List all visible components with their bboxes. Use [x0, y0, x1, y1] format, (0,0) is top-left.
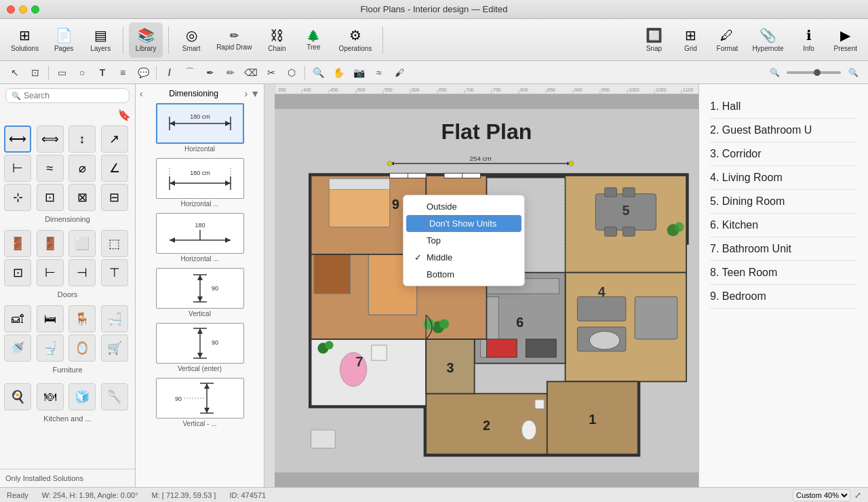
furn-item-8[interactable]: 🛒 [101, 334, 128, 362]
rectangle-tool[interactable]: ▭ [52, 64, 71, 81]
brush-tool[interactable]: 🖌 [390, 64, 409, 81]
arc-tool[interactable]: ⌒ [180, 64, 199, 81]
door-item-2[interactable]: 🚪 [37, 230, 64, 257]
expand-icon[interactable]: ⤢ [854, 490, 861, 500]
nav-prev-icon[interactable]: ‹ [140, 88, 143, 99]
door-item-8[interactable]: ⊤ [101, 259, 128, 286]
solutions-button[interactable]: ⊞ Solutions [5, 22, 44, 58]
erase-tool[interactable]: ⌫ [241, 64, 260, 81]
panel-bookmark-icon[interactable]: 🔖 [117, 109, 131, 121]
door-item-1[interactable]: 🚪 [4, 230, 31, 257]
menu-item-middle[interactable]: ✓ Middle [403, 249, 524, 266]
dim-horizontal-3[interactable]: 180 Horizontal ... [140, 213, 260, 263]
format-button[interactable]: 🖊 Format [710, 22, 744, 58]
dim-item-1[interactable]: ⟷ [4, 125, 31, 153]
pencil-tool[interactable]: ✏ [221, 64, 240, 81]
library-button[interactable]: 📚 Library [129, 22, 163, 58]
grid-button[interactable]: ⊞ Grid [673, 22, 707, 58]
dim-item-10[interactable]: ⊡ [37, 184, 64, 211]
snap-button[interactable]: 🔲 Snap [637, 22, 671, 58]
search-input[interactable] [24, 91, 123, 100]
zoom-select[interactable]: Custom 40% 25% 50% 75% 100% [793, 489, 850, 501]
canvas-content[interactable]: Flat Plan 254 cm [275, 94, 698, 487]
close-button[interactable] [7, 5, 15, 14]
furn-item-6[interactable]: 🚽 [37, 334, 64, 362]
room-4-name: Living Room [722, 172, 783, 183]
camera-tool[interactable]: 📷 [349, 64, 368, 81]
info-button[interactable]: ℹ Info [792, 22, 826, 58]
ellipse-tool[interactable]: ○ [73, 64, 92, 81]
dim-vertical-enter[interactable]: 90 Vertical (enter) [140, 323, 260, 372]
present-button[interactable]: ▶ Present [829, 22, 863, 58]
maximize-button[interactable] [31, 5, 39, 14]
dim-item-6[interactable]: ≈ [37, 155, 64, 182]
kit-item-3[interactable]: 🧊 [68, 383, 96, 410]
dim-item-11[interactable]: ⊠ [68, 184, 96, 211]
door-item-6[interactable]: ⊢ [37, 259, 64, 286]
door-item-4[interactable]: ⬚ [101, 230, 128, 257]
select-tool[interactable]: ↖ [5, 64, 24, 81]
pages-button[interactable]: 📄 Pages [47, 22, 81, 58]
furn-item-1[interactable]: 🛋 [4, 305, 31, 332]
line-tool[interactable]: / [160, 64, 179, 81]
menu-item-top[interactable]: Top [403, 232, 524, 249]
solutions-icon: ⊞ [19, 27, 31, 43]
door-item-5[interactable]: ⊡ [4, 259, 31, 286]
search-tool[interactable]: 🔍 [309, 64, 328, 81]
dim-horizontal-2[interactable]: 180 cm Horizontal ... [140, 158, 260, 208]
menu-item-dont-show[interactable]: Don't Show Units [406, 215, 521, 232]
chain-button[interactable]: ⛓ Chain [260, 22, 294, 58]
dim-item-5[interactable]: ⊢ [4, 155, 31, 182]
zoom-out-button[interactable]: 🔍 [765, 64, 784, 81]
svg-rect-100 [487, 339, 517, 358]
furn-item-2[interactable]: 🛏 [37, 305, 64, 332]
hypernote-button[interactable]: 📎 Hypernote [747, 22, 789, 58]
dim-item-12[interactable]: ⊟ [101, 184, 128, 211]
dim-horizontal[interactable]: 180 cm Horizontal [140, 103, 260, 153]
operations-button[interactable]: ⚙ Operations [333, 22, 377, 58]
nav-next-icon[interactable]: › [244, 88, 248, 99]
furn-item-7[interactable]: 🪞 [68, 334, 96, 362]
tools-sep1 [48, 66, 49, 79]
text-tool[interactable]: T [93, 64, 112, 81]
tree-label: Tree [307, 43, 320, 51]
zoom-slider[interactable] [787, 71, 841, 74]
room-6-name: Kitchen [722, 219, 758, 231]
furn-item-5[interactable]: 🚿 [4, 334, 31, 362]
dim-item-2[interactable]: ⟺ [37, 125, 64, 153]
room-7-number: 7. [710, 243, 722, 254]
rapid-draw-button[interactable]: ✏ Rapid Draw [211, 22, 257, 58]
trace-tool[interactable]: ≈ [370, 64, 389, 81]
dim-item-9[interactable]: ⊹ [4, 184, 31, 211]
layers-button[interactable]: ▤ Layers [83, 22, 117, 58]
multi-select-tool[interactable]: ⊡ [26, 64, 45, 81]
mask-tool[interactable]: ⬡ [282, 64, 301, 81]
kit-item-1[interactable]: 🍳 [4, 383, 31, 410]
dim-item-7[interactable]: ⌀ [68, 155, 96, 182]
smart-button[interactable]: ◎ Smart [174, 22, 208, 58]
text-area-tool[interactable]: ≡ [113, 64, 132, 81]
dim-item-3[interactable]: ↕ [68, 125, 96, 153]
door-item-7[interactable]: ⊣ [68, 259, 96, 286]
menu-item-bottom[interactable]: Bottom [403, 266, 524, 283]
chain-label: Chain [268, 45, 285, 52]
door-item-3[interactable]: ⬜ [68, 230, 96, 257]
furn-item-3[interactable]: 🪑 [68, 305, 96, 332]
menu-item-outside[interactable]: Outside [403, 198, 524, 215]
furn-item-4[interactable]: 🛁 [101, 305, 128, 332]
minimize-button[interactable] [19, 5, 27, 14]
dim-item-8[interactable]: ∠ [101, 155, 128, 182]
canvas-area[interactable]: 350 400 450 500 550 600 650 700 [264, 84, 698, 487]
pen-tool[interactable]: ✒ [201, 64, 220, 81]
speech-bubble-tool[interactable]: 💬 [134, 64, 153, 81]
scissors-tool[interactable]: ✂ [262, 64, 281, 81]
kit-item-4[interactable]: 🥄 [101, 383, 128, 410]
kit-item-2[interactable]: 🍽 [37, 383, 64, 410]
dim-vertical-dash[interactable]: 90 Vertical - ... [140, 378, 260, 427]
dim-vertical[interactable]: 90 Vertical [140, 268, 260, 317]
dim-item-4[interactable]: ↗ [101, 125, 128, 153]
tree-button[interactable]: 🌲 Tree [296, 22, 330, 58]
dim-settings-icon[interactable]: ▼ [250, 88, 260, 99]
zoom-in-button[interactable]: 🔍 [844, 64, 863, 81]
hand-tool[interactable]: ✋ [329, 64, 348, 81]
